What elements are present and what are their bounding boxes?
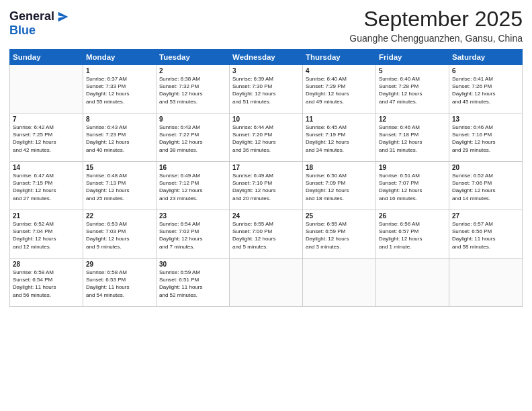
day-number: 12 [379,116,446,123]
table-row: 10Sunrise: 6:44 AM Sunset: 7:20 PM Dayli… [230,113,303,162]
day-number: 6 [452,67,519,75]
day-detail: Sunrise: 6:46 AM Sunset: 7:18 PM Dayligh… [379,124,446,154]
day-number: 17 [232,164,300,171]
table-row: 13Sunrise: 6:46 AM Sunset: 7:16 PM Dayli… [449,113,523,162]
day-detail: Sunrise: 6:55 AM Sunset: 7:00 PM Dayligh… [232,220,300,250]
day-detail: Sunrise: 6:51 AM Sunset: 7:07 PM Dayligh… [379,172,446,202]
table-row: 27Sunrise: 6:57 AM Sunset: 6:56 PM Dayli… [449,210,523,259]
day-detail: Sunrise: 6:40 AM Sunset: 7:28 PM Dayligh… [379,75,446,105]
day-detail: Sunrise: 6:50 AM Sunset: 7:09 PM Dayligh… [306,172,373,202]
logo-text-line1: General [9,10,54,24]
day-number: 11 [306,116,373,123]
table-row [230,259,303,307]
calendar-week-row: 28Sunrise: 6:58 AM Sunset: 6:54 PM Dayli… [10,259,523,307]
day-number: 14 [13,164,80,171]
table-row: 30Sunrise: 6:59 AM Sunset: 6:51 PM Dayli… [157,259,230,307]
day-number: 28 [13,261,80,268]
day-detail: Sunrise: 6:58 AM Sunset: 6:53 PM Dayligh… [86,269,153,299]
day-number: 8 [86,116,153,123]
table-row: 28Sunrise: 6:58 AM Sunset: 6:54 PM Dayli… [10,259,83,307]
table-row: 7Sunrise: 6:42 AM Sunset: 7:25 PM Daylig… [10,113,83,162]
day-number: 25 [306,212,373,220]
day-detail: Sunrise: 6:40 AM Sunset: 7:29 PM Dayligh… [306,75,373,105]
table-row: 17Sunrise: 6:49 AM Sunset: 7:10 PM Dayli… [230,162,303,210]
title-block: September 2025 Guanghe Chengguanzhen, Ga… [349,7,523,44]
table-row: 18Sunrise: 6:50 AM Sunset: 7:09 PM Dayli… [303,162,376,210]
table-row: 15Sunrise: 6:48 AM Sunset: 7:13 PM Dayli… [83,162,157,210]
day-detail: Sunrise: 6:48 AM Sunset: 7:13 PM Dayligh… [86,172,153,202]
day-number: 19 [379,164,446,171]
day-detail: Sunrise: 6:59 AM Sunset: 6:51 PM Dayligh… [159,269,226,299]
day-detail: Sunrise: 6:47 AM Sunset: 7:15 PM Dayligh… [13,172,80,202]
table-row [376,259,449,307]
day-number: 2 [159,67,226,75]
month-year-title: September 2025 [349,7,523,32]
calendar-table: Sunday Monday Tuesday Wednesday Thursday… [9,49,523,307]
col-sunday: Sunday [10,50,83,65]
day-detail: Sunrise: 6:49 AM Sunset: 7:12 PM Dayligh… [159,172,226,202]
table-row: 29Sunrise: 6:58 AM Sunset: 6:53 PM Dayli… [83,259,157,307]
day-number: 18 [306,164,373,171]
table-row: 6Sunrise: 6:41 AM Sunset: 7:26 PM Daylig… [449,65,523,113]
day-number: 30 [159,261,226,268]
day-number: 4 [306,67,373,75]
day-number: 26 [379,212,446,220]
day-detail: Sunrise: 6:43 AM Sunset: 7:23 PM Dayligh… [86,124,153,154]
day-number: 22 [86,212,153,220]
table-row: 1Sunrise: 6:37 AM Sunset: 7:33 PM Daylig… [83,65,157,113]
table-row [303,259,376,307]
day-number: 21 [13,212,80,220]
day-number: 3 [232,67,300,75]
day-detail: Sunrise: 6:41 AM Sunset: 7:26 PM Dayligh… [452,75,519,105]
table-row: 26Sunrise: 6:56 AM Sunset: 6:57 PM Dayli… [376,210,449,259]
day-detail: Sunrise: 6:37 AM Sunset: 7:33 PM Dayligh… [86,75,153,105]
calendar-week-row: 21Sunrise: 6:52 AM Sunset: 7:04 PM Dayli… [10,210,523,259]
table-row: 22Sunrise: 6:53 AM Sunset: 7:03 PM Dayli… [83,210,157,259]
day-detail: Sunrise: 6:53 AM Sunset: 7:03 PM Dayligh… [86,220,153,250]
table-row: 21Sunrise: 6:52 AM Sunset: 7:04 PM Dayli… [10,210,83,259]
col-saturday: Saturday [449,50,523,65]
day-detail: Sunrise: 6:49 AM Sunset: 7:10 PM Dayligh… [232,172,300,202]
day-detail: Sunrise: 6:43 AM Sunset: 7:22 PM Dayligh… [159,124,226,154]
col-monday: Monday [83,50,157,65]
day-detail: Sunrise: 6:44 AM Sunset: 7:20 PM Dayligh… [232,124,300,154]
table-row: 8Sunrise: 6:43 AM Sunset: 7:23 PM Daylig… [83,113,157,162]
table-row: 11Sunrise: 6:45 AM Sunset: 7:19 PM Dayli… [303,113,376,162]
table-row: 16Sunrise: 6:49 AM Sunset: 7:12 PM Dayli… [157,162,230,210]
day-detail: Sunrise: 6:45 AM Sunset: 7:19 PM Dayligh… [306,124,373,154]
logo: General Blue [9,9,71,38]
table-row: 20Sunrise: 6:52 AM Sunset: 7:06 PM Dayli… [449,162,523,210]
day-number: 13 [452,116,519,123]
day-number: 24 [232,212,300,220]
day-number: 9 [159,116,226,123]
day-detail: Sunrise: 6:46 AM Sunset: 7:16 PM Dayligh… [452,124,519,154]
day-number: 20 [452,164,519,171]
day-detail: Sunrise: 6:39 AM Sunset: 7:30 PM Dayligh… [232,75,300,105]
col-tuesday: Tuesday [157,50,230,65]
table-row: 12Sunrise: 6:46 AM Sunset: 7:18 PM Dayli… [376,113,449,162]
day-number: 1 [86,67,153,75]
table-row: 2Sunrise: 6:38 AM Sunset: 7:32 PM Daylig… [157,65,230,113]
calendar-week-row: 1Sunrise: 6:37 AM Sunset: 7:33 PM Daylig… [10,65,523,113]
logo-text-line2: Blue [9,24,71,38]
calendar-header-row: Sunday Monday Tuesday Wednesday Thursday… [10,50,523,65]
table-row: 4Sunrise: 6:40 AM Sunset: 7:29 PM Daylig… [303,65,376,113]
page: General Blue September 2025 Guanghe Chen… [0,0,532,411]
day-number: 27 [452,212,519,220]
col-thursday: Thursday [303,50,376,65]
col-friday: Friday [376,50,449,65]
table-row: 19Sunrise: 6:51 AM Sunset: 7:07 PM Dayli… [376,162,449,210]
table-row: 9Sunrise: 6:43 AM Sunset: 7:22 PM Daylig… [157,113,230,162]
day-number: 15 [86,164,153,171]
day-detail: Sunrise: 6:52 AM Sunset: 7:06 PM Dayligh… [452,172,519,202]
day-detail: Sunrise: 6:54 AM Sunset: 7:02 PM Dayligh… [159,220,226,250]
table-row: 3Sunrise: 6:39 AM Sunset: 7:30 PM Daylig… [230,65,303,113]
table-row: 25Sunrise: 6:55 AM Sunset: 6:59 PM Dayli… [303,210,376,259]
table-row [449,259,523,307]
day-number: 5 [379,67,446,75]
table-row: 24Sunrise: 6:55 AM Sunset: 7:00 PM Dayli… [230,210,303,259]
location-title: Guanghe Chengguanzhen, Gansu, China [349,33,523,44]
day-detail: Sunrise: 6:42 AM Sunset: 7:25 PM Dayligh… [13,124,80,154]
day-detail: Sunrise: 6:55 AM Sunset: 6:59 PM Dayligh… [306,220,373,250]
day-number: 23 [159,212,226,220]
